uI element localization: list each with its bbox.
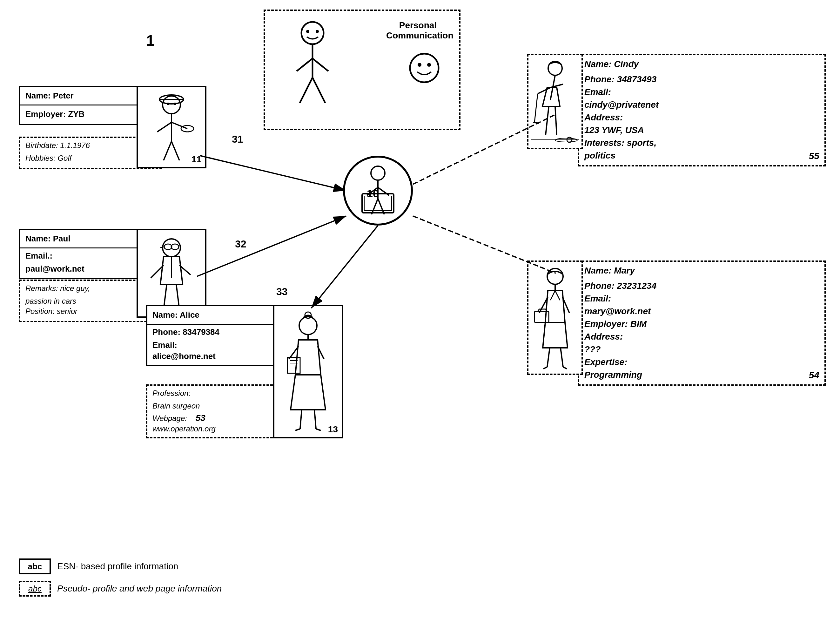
alice-phone: Phone: 83479384 xyxy=(148,325,294,340)
cindy-name: Name: Cindy xyxy=(579,55,825,73)
personal-communication-box: Personal Communication xyxy=(263,9,461,130)
svg-line-2 xyxy=(200,156,346,191)
svg-line-14 xyxy=(312,78,325,103)
svg-line-57 xyxy=(295,429,300,430)
cindy-interests-label: Interests: sports, xyxy=(579,137,825,149)
svg-line-40 xyxy=(160,247,164,247)
mary-address: ??? xyxy=(579,343,825,356)
svg-line-63 xyxy=(533,122,539,123)
cindy-phone: Phone: 34873493 xyxy=(579,73,825,86)
alice-profession-label: Profession: xyxy=(148,386,294,401)
svg-line-56 xyxy=(314,410,316,429)
mary-employer: Employer: BIM xyxy=(579,318,825,330)
svg-rect-51 xyxy=(288,357,300,373)
connection-label-33: 33 xyxy=(276,286,288,298)
section-label-1: 1 xyxy=(146,32,155,49)
legend-dashed-item: abc Pseudo- profile and web page informa… xyxy=(19,581,222,597)
alice-name: Name: Alice xyxy=(148,306,294,325)
mary-image-box xyxy=(527,261,583,375)
legend-solid-item: abc ESN- based profile information xyxy=(19,558,222,574)
svg-point-9 xyxy=(316,30,319,33)
paul-image-box: 12 xyxy=(137,229,207,318)
stick-figure-icon xyxy=(287,20,338,116)
mary-email-label: Email: xyxy=(579,292,825,305)
cindy-dashed-card: Name: Cindy Phone: 34873493 Email: cindy… xyxy=(578,54,826,166)
paul-avatar-icon xyxy=(142,233,202,313)
svg-line-62 xyxy=(534,94,538,122)
svg-point-7 xyxy=(301,22,324,44)
cindy-golf-icon xyxy=(531,59,579,145)
mary-address-label: Address: xyxy=(579,330,825,343)
alice-profession: Brain surgeon xyxy=(148,401,294,411)
peter-image-box: 11 xyxy=(137,86,207,168)
svg-line-3 xyxy=(197,216,346,276)
alice-webpage-label: Webpage: 53 xyxy=(148,411,294,424)
svg-line-12 xyxy=(312,58,329,71)
alice-image-number: 13 xyxy=(328,424,338,434)
svg-line-82 xyxy=(563,367,567,369)
svg-line-35 xyxy=(164,141,172,160)
peter-avatar-icon xyxy=(142,90,202,164)
svg-line-24 xyxy=(371,198,378,215)
svg-point-17 xyxy=(427,63,431,67)
peter-image-number: 11 xyxy=(192,154,201,165)
svg-point-47 xyxy=(299,317,317,334)
svg-line-80 xyxy=(560,348,563,367)
svg-line-36 xyxy=(172,141,180,160)
svg-line-79 xyxy=(547,348,550,367)
central-node-number: 10 xyxy=(367,188,379,200)
alice-email-label: Email: 23 xyxy=(148,340,294,351)
svg-line-72 xyxy=(555,291,560,300)
svg-line-60 xyxy=(538,87,551,94)
svg-line-65 xyxy=(555,107,557,135)
svg-point-30 xyxy=(174,103,176,105)
alice-image-box: 13 xyxy=(273,305,343,438)
alice-webpage: www.operation.org xyxy=(148,424,294,437)
svg-point-8 xyxy=(306,30,309,33)
svg-line-32 xyxy=(157,122,172,132)
alice-avatar-icon xyxy=(278,311,338,432)
cindy-image-box xyxy=(527,54,583,149)
mary-expertise: Programming 54 xyxy=(579,369,825,384)
cindy-email: cindy@privatenet xyxy=(579,99,825,111)
legend: abc ESN- based profile information abc P… xyxy=(19,558,222,603)
connection-label-31: 31 xyxy=(232,133,243,145)
mary-name: Name: Mary xyxy=(579,262,825,279)
cindy-address: 123 YWF, USA xyxy=(579,124,825,137)
svg-line-4 xyxy=(311,226,378,308)
svg-line-71 xyxy=(550,291,555,300)
svg-point-15 xyxy=(410,54,438,82)
legend-dashed-box: abc xyxy=(19,581,51,597)
legend-solid-text: ESN- based profile information xyxy=(57,561,178,572)
svg-line-11 xyxy=(297,58,312,71)
mary-phone: Phone: 23231234 xyxy=(579,279,825,292)
svg-point-29 xyxy=(167,103,169,105)
svg-line-13 xyxy=(300,78,312,103)
personal-communication-label: Personal Communication xyxy=(386,20,450,41)
svg-point-16 xyxy=(418,63,422,67)
svg-point-26 xyxy=(163,96,180,114)
svg-line-55 xyxy=(300,410,302,429)
connection-label-32: 32 xyxy=(235,238,247,250)
svg-point-39 xyxy=(171,244,179,250)
svg-point-38 xyxy=(164,244,172,250)
legend-solid-box: abc xyxy=(19,558,51,574)
diagram-container: 1 xyxy=(0,0,840,622)
svg-line-64 xyxy=(546,107,549,135)
svg-line-58 xyxy=(316,429,321,430)
svg-point-18 xyxy=(371,166,385,180)
svg-line-81 xyxy=(543,367,547,369)
alice-email: alice@home.net xyxy=(148,351,294,365)
mary-expertise-label: Expertise: xyxy=(579,356,825,369)
svg-line-25 xyxy=(378,198,384,215)
mary-avatar-icon xyxy=(531,265,579,370)
mary-email: mary@work.net xyxy=(579,305,825,318)
mary-dashed-card: Name: Mary Phone: 23231234 Email: mary@w… xyxy=(578,261,826,386)
cindy-email-label: Email: xyxy=(579,86,825,99)
smiley-face-icon xyxy=(408,52,440,84)
cindy-address-label: Address: xyxy=(579,111,825,124)
legend-dashed-text: Pseudo- profile and web page information xyxy=(57,584,222,594)
cindy-interests: politics 55 xyxy=(579,149,825,165)
